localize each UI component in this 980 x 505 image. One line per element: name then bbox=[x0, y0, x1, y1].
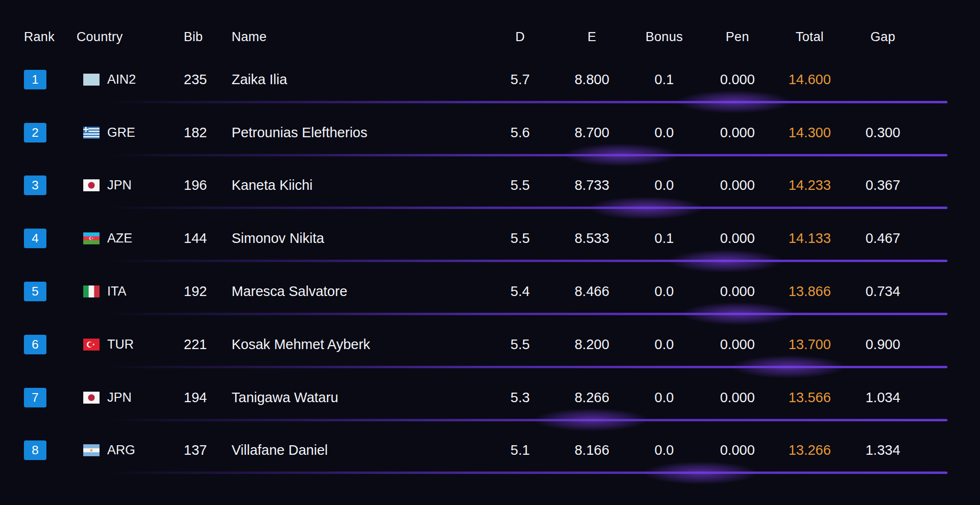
d-score: 5.1 bbox=[511, 442, 530, 458]
d-score: 5.5 bbox=[511, 177, 530, 193]
row-divider bbox=[110, 366, 947, 368]
rank-cell: 8 bbox=[24, 440, 46, 460]
pen-value: 0.000 bbox=[720, 284, 755, 299]
pen-value: 0.000 bbox=[720, 231, 755, 246]
country-code: JPN bbox=[107, 390, 132, 405]
country-code: TUR bbox=[107, 337, 134, 352]
athlete-name: Maresca Salvatore bbox=[232, 284, 347, 299]
table-row: 8ARG137Villafane Daniel5.18.1660.00.0001… bbox=[0, 424, 980, 477]
country-cell: JPN bbox=[77, 178, 184, 193]
country-code: GRE bbox=[107, 125, 135, 140]
table-row: 2GRE182Petrounias Eleftherios5.68.7000.0… bbox=[0, 106, 980, 159]
row-divider bbox=[110, 313, 947, 315]
header-cell-gap: Gap bbox=[870, 30, 895, 44]
rank-badge: 7 bbox=[24, 388, 46, 407]
athlete-name: Petrounias Eleftherios bbox=[232, 125, 368, 141]
e-score: 8.166 bbox=[575, 442, 610, 458]
header-cell-bib: Bib bbox=[184, 30, 203, 44]
bib-value: 194 bbox=[184, 390, 207, 406]
gap-value: 0.900 bbox=[866, 337, 901, 352]
country-code: JPN bbox=[107, 178, 132, 193]
rank-cell: 4 bbox=[24, 229, 46, 248]
row-divider bbox=[110, 207, 947, 209]
athlete-name: Kosak Mehmet Ayberk bbox=[232, 337, 370, 352]
d-score: 5.5 bbox=[511, 337, 530, 352]
e-score: 8.266 bbox=[575, 390, 610, 406]
e-score: 8.733 bbox=[575, 177, 610, 193]
pen-value: 0.000 bbox=[720, 177, 755, 193]
total-score: 14.133 bbox=[789, 231, 831, 246]
rank-badge: 3 bbox=[24, 176, 46, 195]
d-score: 5.6 bbox=[511, 125, 530, 141]
rank-cell: 7 bbox=[24, 388, 46, 407]
e-score: 8.200 bbox=[575, 337, 610, 352]
flag-gre-icon bbox=[83, 127, 100, 139]
d-score: 5.4 bbox=[511, 284, 530, 299]
total-score: 14.300 bbox=[789, 125, 831, 141]
country-cell: AZE bbox=[77, 231, 184, 246]
total-score: 13.266 bbox=[789, 442, 831, 458]
rank-badge: 4 bbox=[24, 229, 46, 248]
rank-badge: 6 bbox=[24, 335, 46, 354]
rank-cell: 5 bbox=[24, 282, 46, 301]
total-score: 14.600 bbox=[789, 72, 831, 88]
d-score: 5.5 bbox=[511, 231, 530, 246]
bonus-value: 0.0 bbox=[655, 125, 674, 141]
rank-cell: 3 bbox=[24, 176, 46, 195]
e-score: 8.700 bbox=[575, 125, 610, 141]
pen-value: 0.000 bbox=[720, 337, 755, 352]
row-divider bbox=[110, 154, 947, 156]
gap-value: 1.034 bbox=[866, 390, 901, 406]
bib-value: 144 bbox=[184, 231, 207, 246]
rank-badge: 1 bbox=[24, 70, 46, 89]
country-cell: TUR bbox=[77, 337, 184, 352]
header-cell-e: E bbox=[588, 30, 596, 44]
header-cell-pen: Pen bbox=[726, 30, 749, 44]
athlete-name: Villafane Daniel bbox=[232, 442, 328, 458]
table-header: Rank Country Bib Name D E Bonus Pen Tota… bbox=[0, 26, 980, 47]
total-score: 13.866 bbox=[789, 284, 831, 299]
country-cell: AIN2 bbox=[77, 72, 184, 87]
gap-value: 0.467 bbox=[866, 231, 901, 246]
total-score: 14.233 bbox=[789, 177, 831, 193]
e-score: 8.533 bbox=[575, 231, 610, 246]
country-cell: GRE bbox=[77, 125, 184, 140]
flag-ita-icon bbox=[83, 285, 100, 297]
bonus-value: 0.0 bbox=[655, 390, 674, 406]
country-code: AIN2 bbox=[107, 72, 136, 87]
flag-arg-icon bbox=[83, 444, 100, 456]
bib-value: 196 bbox=[184, 177, 207, 193]
flag-tur-icon bbox=[83, 339, 100, 351]
table-row: 6TUR221Kosak Mehmet Ayberk5.58.2000.00.0… bbox=[0, 318, 980, 371]
table-row: 3JPN196Kaneta Kiichi5.58.7330.00.00014.2… bbox=[0, 159, 980, 212]
rank-badge: 2 bbox=[24, 123, 46, 143]
pen-value: 0.000 bbox=[720, 390, 755, 406]
pen-value: 0.000 bbox=[720, 125, 755, 141]
flag-jpn-icon bbox=[83, 392, 100, 404]
gap-value: 1.334 bbox=[866, 442, 901, 458]
country-cell: ITA bbox=[77, 284, 184, 299]
flag-jpn-icon bbox=[83, 179, 100, 191]
gap-value: 0.734 bbox=[866, 284, 901, 299]
flag-aze-icon bbox=[83, 232, 100, 244]
athlete-name: Tanigawa Wataru bbox=[232, 390, 338, 406]
row-divider bbox=[110, 472, 947, 474]
header-cell-bonus: Bonus bbox=[646, 30, 683, 44]
bonus-value: 0.1 bbox=[655, 231, 674, 246]
header-cell-rank: Rank bbox=[24, 30, 55, 44]
bib-value: 182 bbox=[184, 125, 207, 141]
table-row: 4AZE144Simonov Nikita5.58.5330.10.00014.… bbox=[0, 212, 980, 265]
country-cell: ARG bbox=[77, 443, 184, 458]
divider-glow bbox=[624, 458, 777, 488]
gap-value: 0.367 bbox=[866, 177, 901, 193]
total-score: 13.700 bbox=[789, 337, 831, 352]
results-screen: Rank Country Bib Name D E Bonus Pen Tota… bbox=[0, 0, 980, 505]
bib-value: 137 bbox=[184, 442, 207, 458]
bonus-value: 0.0 bbox=[655, 337, 674, 352]
rank-cell: 2 bbox=[24, 123, 46, 143]
pen-value: 0.000 bbox=[720, 442, 755, 458]
table-row: 7JPN194Tanigawa Wataru5.38.2660.00.00013… bbox=[0, 371, 980, 424]
bib-value: 221 bbox=[184, 337, 207, 352]
e-score: 8.800 bbox=[575, 72, 610, 88]
rank-badge: 5 bbox=[24, 282, 46, 301]
